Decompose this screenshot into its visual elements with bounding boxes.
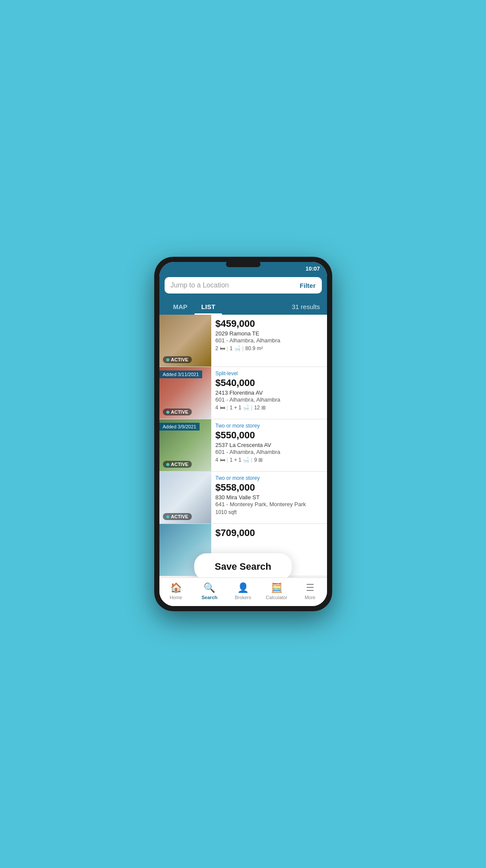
area: 9 ⊞ (254, 457, 263, 463)
area: 80.9 m² (245, 345, 263, 351)
home-icon: 🏠 (170, 582, 182, 594)
brokers-icon: 👤 (237, 582, 249, 594)
search-header: Jump to a Location Filter (159, 274, 327, 299)
listing-price: $709,000 (216, 527, 323, 539)
notch (226, 261, 260, 267)
listing-card[interactable]: Added 3/11/2021 ACTIVE Split-level $540,… (159, 367, 327, 419)
active-dot (166, 358, 169, 361)
beds: 4 🛏 (216, 457, 225, 463)
listing-details: 4 🛏 | 1 + 1 🛁 | 12 ⊞ (216, 405, 323, 411)
listing-info: Two or more storey $558,000 830 Mira Val… (211, 472, 327, 523)
listing-details: 2 🛏 | 1 🛁 | 80.9 m² (216, 345, 323, 351)
added-badge: Added 3/9/2021 (159, 423, 200, 431)
active-label: ACTIVE (171, 409, 188, 415)
baths: 1 + 1 🛁 (230, 457, 249, 463)
home-label: Home (170, 595, 182, 600)
search-bar[interactable]: Jump to a Location Filter (165, 277, 322, 294)
listing-card[interactable]: ACTIVE Two or more storey $558,000 830 M… (159, 472, 327, 524)
nav-item-home[interactable]: 🏠 Home (159, 581, 193, 602)
listing-price: $540,000 (216, 377, 323, 389)
listing-price: $558,000 (216, 482, 323, 493)
listing-info: Split-level $540,000 2413 Florentina AV … (211, 367, 327, 419)
tab-map[interactable]: MAP (166, 299, 194, 315)
active-dot (166, 463, 169, 466)
added-badge: Added 3/11/2021 (159, 370, 203, 378)
listing-card[interactable]: ACTIVE $459,000 2029 Ramona TE 601 - Alh… (159, 315, 327, 367)
listing-address-1: 2029 Ramona TE (216, 330, 323, 337)
active-label: ACTIVE (171, 514, 188, 519)
listing-type: Two or more storey (216, 475, 323, 481)
listing-info: $459,000 2029 Ramona TE 601 - Alhambra, … (211, 315, 327, 367)
search-label: Search (202, 595, 218, 600)
listing-image: Added 3/11/2021 ACTIVE (159, 367, 211, 419)
active-badge: ACTIVE (163, 513, 192, 520)
brokers-label: Brokers (235, 595, 251, 600)
listing-address-1: 2537 La Crescenta AV (216, 442, 323, 448)
calculator-label: Calculator (266, 595, 287, 600)
calculator-icon: 🧮 (271, 582, 283, 594)
listing-type: Two or more storey (216, 423, 323, 429)
area: 12 ⊞ (254, 405, 266, 411)
listing-image: ACTIVE (159, 315, 211, 367)
results-count: 31 results (292, 303, 320, 310)
nav-item-search[interactable]: 🔍 Search (193, 581, 226, 602)
listing-address-1: 2413 Florentina AV (216, 389, 323, 396)
nav-item-calculator[interactable]: 🧮 Calculator (260, 581, 293, 602)
active-badge: ACTIVE (163, 408, 192, 415)
listings-container[interactable]: ACTIVE $459,000 2029 Ramona TE 601 - Alh… (159, 315, 327, 578)
beds: 2 🛏 (216, 345, 225, 351)
more-icon: ☰ (306, 582, 314, 594)
save-search-overlay: Save Search (194, 553, 292, 580)
tabs-bar: MAP LIST 31 results (159, 299, 327, 315)
active-dot (166, 515, 169, 518)
listing-address-2: 601 - Alhambra, Alhambra (216, 449, 323, 455)
more-label: More (305, 595, 315, 600)
listing-address-2: 641 - Monterey Park, Monterey Park (216, 501, 323, 507)
search-icon: 🔍 (203, 582, 215, 594)
nav-item-more[interactable]: ☰ More (293, 581, 327, 602)
listing-image: Added 3/9/2021 ACTIVE (159, 419, 211, 471)
listing-info: Two or more storey $550,000 2537 La Cres… (211, 419, 327, 471)
active-dot (166, 411, 169, 414)
listing-type: Split-level (216, 370, 323, 377)
listing-address-2: 601 - Alhambra, Alhambra (216, 396, 323, 403)
tab-list[interactable]: LIST (194, 299, 222, 315)
filter-button[interactable]: Filter (300, 282, 316, 289)
phone-shell: 10:07 Jump to a Location Filter MAP LIST… (154, 257, 332, 611)
listing-image: ACTIVE (159, 472, 211, 523)
active-badge: ACTIVE (163, 356, 192, 363)
bottom-nav: 🏠 Home 🔍 Search 👤 Brokers 🧮 Calculator ☰… (159, 578, 327, 606)
listing-address-2: 601 - Alhambra, Alhambra (216, 337, 323, 344)
listing-address-1: 830 Mira Valle ST (216, 494, 323, 501)
listing-card[interactable]: Added 3/9/2021 ACTIVE Two or more storey… (159, 419, 327, 472)
status-time: 10:07 (305, 265, 320, 272)
active-badge: ACTIVE (163, 461, 192, 468)
search-placeholder: Jump to a Location (171, 281, 229, 289)
listing-details: 1010 sqft (216, 509, 323, 515)
beds: 4 🛏 (216, 405, 225, 411)
listing-price: $550,000 (216, 430, 323, 441)
listing-details: 4 🛏 | 1 + 1 🛁 | 9 ⊞ (216, 457, 323, 463)
active-label: ACTIVE (171, 357, 188, 362)
phone-screen: 10:07 Jump to a Location Filter MAP LIST… (159, 262, 327, 606)
save-search-button[interactable]: Save Search (194, 553, 292, 580)
listing-price: $459,000 (216, 318, 323, 329)
active-label: ACTIVE (171, 462, 188, 467)
baths: 1 🛁 (230, 345, 241, 351)
area: 1010 sqft (216, 509, 237, 515)
baths: 1 + 1 🛁 (230, 405, 249, 411)
nav-item-brokers[interactable]: 👤 Brokers (226, 581, 260, 602)
